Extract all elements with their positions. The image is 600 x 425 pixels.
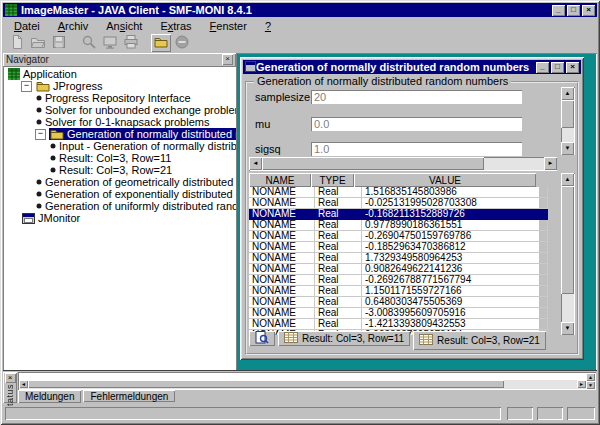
preview-button	[100, 34, 120, 52]
tab-label: Result: Col=3, Row=21	[437, 335, 540, 346]
menu-datei[interactable]: Datei	[5, 19, 49, 33]
tab-result-col-3-row-21[interactable]: Result: Col=3, Row=21	[413, 331, 546, 350]
table-row[interactable]: NONAMEReal-3.0083995609705916	[249, 308, 539, 319]
table-row[interactable]: NONAMEReal-1.4213393809432553	[249, 319, 539, 330]
scroll-up-icon[interactable]: ▲	[561, 87, 574, 100]
table-vertical-scrollbar[interactable]: ▲ ▼	[561, 173, 575, 335]
table-row[interactable]: NONAMEReal-0.025131995028703308	[249, 198, 539, 209]
table-row[interactable]: NONAMEReal1.516835145803986	[249, 187, 539, 198]
preview-icon	[102, 34, 118, 52]
table-cell: -0.1852963470386812	[362, 242, 548, 253]
table-cell: NONAME	[249, 308, 315, 319]
table-row[interactable]: NONAMEReal1.1501171559727166	[249, 286, 539, 297]
tab-fehlermeldungen[interactable]: Fehlermeldungen	[83, 390, 175, 402]
frame-title: Generation of normally distributed rando…	[256, 61, 534, 74]
tree-item-label: Generation of exponentially distributed …	[45, 188, 236, 200]
table-row[interactable]: NONAMEReal-0.1852963470386812	[249, 242, 539, 253]
sigsq-field[interactable]: 1.0	[311, 142, 522, 156]
mu-field[interactable]: 0.0	[311, 117, 522, 131]
bullet-icon	[36, 203, 42, 209]
tree-item[interactable]: Solver for unbounded exchange problems	[5, 104, 236, 116]
form-vertical-scrollbar[interactable]: ▲ ▼	[561, 87, 575, 155]
column-header[interactable]: TYPE	[311, 173, 354, 187]
scroll-down-icon[interactable]: ▼	[561, 142, 574, 155]
tab-meldungen[interactable]: Meldungen	[18, 390, 81, 403]
table-cell: Real	[315, 253, 362, 264]
table-header: NAMETYPEVALUE	[249, 173, 557, 187]
main-window: ImageMaster - JAVA Client - SMF-MONI 8.4…	[0, 0, 600, 425]
scroll-down-icon[interactable]: ▼	[586, 381, 595, 389]
status-close-icon[interactable]: ×	[5, 373, 16, 383]
frame-minimize-button[interactable]: _	[536, 62, 549, 73]
tab-result-col-3-row-11[interactable]: Result: Col=3, Row=11	[278, 331, 410, 346]
table-row[interactable]: NONAMEReal0.9082649622141236	[249, 264, 539, 275]
mu-label: mu	[249, 118, 311, 130]
tree-item[interactable]: Result: Col=3, Row=21	[5, 164, 236, 176]
scroll-down-icon[interactable]: ▼	[561, 322, 574, 335]
table-row[interactable]: NONAMEReal0.9778990186361551	[249, 220, 539, 231]
maximize-button[interactable]: □	[567, 5, 580, 16]
table-cell: -0.1682113152889726	[362, 209, 548, 220]
scrollbar-thumb[interactable]	[28, 380, 504, 388]
messages-area[interactable]: ◄ ► ▲ ▼	[18, 372, 596, 390]
tree-item-label: Progress Repository Interface	[45, 92, 191, 104]
tree-item[interactable]: JMonitor	[5, 212, 236, 224]
tree-item[interactable]: Generation of geometrically distributed …	[5, 176, 236, 188]
statusbar-field	[537, 407, 563, 420]
frame-close-button[interactable]: ×	[566, 62, 579, 73]
scroll-left-icon[interactable]: ◄	[249, 157, 262, 170]
scroll-left-icon[interactable]: ◄	[19, 380, 28, 388]
table-row[interactable]: NONAMEReal1.7329349580964253	[249, 253, 539, 264]
menu-help[interactable]: ?	[256, 19, 280, 33]
tree-item[interactable]: Progress Repository Interface	[5, 92, 236, 104]
menu-extras[interactable]: Extras	[151, 19, 200, 33]
samplesize-field[interactable]: 20	[311, 90, 522, 104]
frame-icon	[245, 61, 256, 74]
column-header[interactable]: VALUE	[354, 173, 536, 187]
window-title: ImageMaster - JAVA Client - SMF-MONI 8.4…	[21, 4, 550, 17]
tree-item-label: Generation of geometrically distributed …	[45, 176, 236, 188]
table-row[interactable]: NONAMEReal0.6480303475505369	[249, 297, 539, 308]
frame-maximize-button[interactable]: □	[551, 62, 564, 73]
collapse-icon[interactable]: −	[21, 81, 32, 92]
scrollbar-thumb[interactable]	[561, 186, 574, 294]
form-horizontal-scrollbar[interactable]: ◄ ►	[249, 157, 557, 171]
minimize-button[interactable]: _	[552, 5, 565, 16]
tree-item[interactable]: Generation of uniformly distributed rand…	[5, 200, 236, 212]
tree-item[interactable]: Input - Generation of normally distribut…	[5, 140, 236, 152]
tree-item[interactable]: −Generation of normally distributed rand…	[5, 128, 236, 140]
table-icon	[419, 334, 433, 347]
messages-horizontal-scrollbar[interactable]: ◄ ►	[19, 380, 586, 389]
scroll-right-icon[interactable]: ►	[544, 157, 557, 170]
bullet-icon	[50, 143, 56, 149]
messages-vertical-scrollbar[interactable]: ▲ ▼	[586, 373, 595, 389]
collapse-icon[interactable]: −	[35, 129, 46, 140]
scroll-right-icon[interactable]: ►	[577, 380, 586, 388]
table-row[interactable]: NONAMEReal-0.26904750159769786	[249, 231, 539, 242]
input-tab[interactable]	[249, 331, 275, 346]
close-button[interactable]: ×	[582, 5, 595, 16]
menu-fenster[interactable]: Fenster	[201, 19, 256, 33]
table-cell: NONAME	[249, 231, 315, 242]
bullet-icon	[50, 167, 56, 173]
menu-ansicht[interactable]: Ansicht	[97, 19, 151, 33]
scrollbar-thumb[interactable]	[561, 100, 574, 128]
tree-item[interactable]: Application	[5, 68, 236, 80]
table-cell: Real	[315, 286, 362, 297]
monitor-icon	[22, 213, 35, 224]
scroll-up-icon[interactable]: ▲	[586, 373, 595, 381]
column-header[interactable]: NAME	[249, 173, 311, 187]
folder-button[interactable]	[151, 34, 171, 52]
table-cell: 1.1501171559727166	[362, 286, 548, 297]
navigator-titlebar: Navigator ×	[3, 53, 236, 66]
tree-item[interactable]: −JProgress	[5, 80, 236, 92]
navigator-close-icon[interactable]: ×	[222, 54, 233, 65]
scrollbar-thumb[interactable]	[262, 157, 484, 170]
tree-item[interactable]: Result: Col=3, Row=11	[5, 152, 236, 164]
table-row[interactable]: NONAMEReal-0.1682113152889726	[249, 209, 539, 220]
tree-item[interactable]: Generation of exponentially distributed …	[5, 188, 236, 200]
tree-item[interactable]: Solver for 0-1-knapsack problems	[5, 116, 236, 128]
menu-archiv[interactable]: Archiv	[49, 19, 98, 33]
table-row[interactable]: NONAMEReal-0.26926788771567794	[249, 275, 539, 286]
scroll-up-icon[interactable]: ▲	[561, 173, 574, 186]
